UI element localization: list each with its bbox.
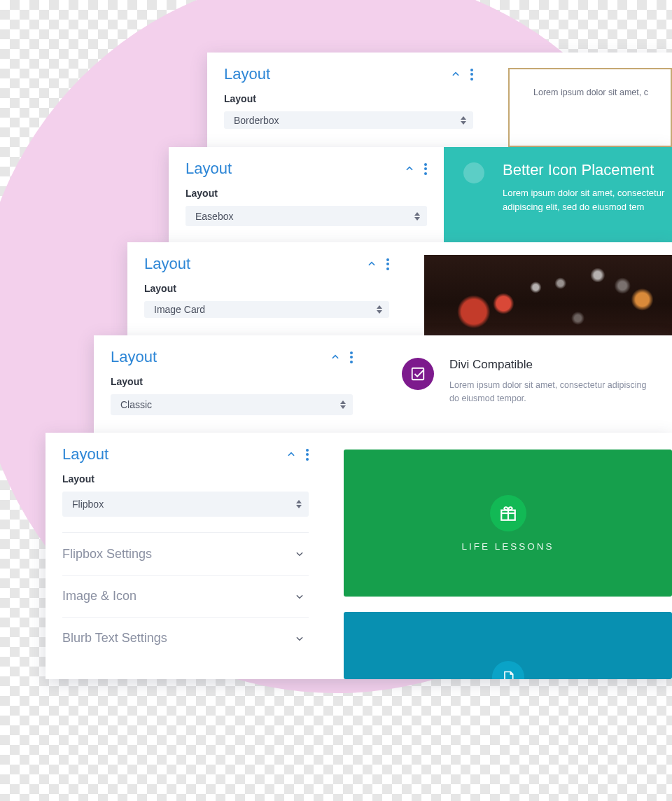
accordion-label: Flipbox Settings — [62, 547, 152, 562]
layout-select[interactable]: Flipbox — [62, 492, 309, 517]
settings-pane: Layout Layout Image Card — [127, 242, 406, 336]
section-title: Layout — [186, 160, 232, 178]
field-label: Layout — [144, 283, 389, 294]
section-title: Layout — [62, 445, 108, 464]
borderbox-frame: Lorem ipsum dolor sit amet, c — [508, 68, 672, 147]
accordion-label: Image & Icon — [62, 589, 136, 604]
accordion: Flipbox Settings Image & Icon Blurb Text… — [62, 532, 309, 659]
layout-select[interactable]: Borderbox — [224, 111, 473, 129]
more-icon[interactable] — [350, 351, 353, 363]
accordion-item-flipbox-settings[interactable]: Flipbox Settings — [62, 533, 309, 575]
more-icon[interactable] — [424, 163, 427, 175]
layout-panel-classic: Layout Layout Classic Divi Compatible Lo… — [94, 335, 672, 433]
settings-pane: Layout Layout Flipbox Flipbox Settings I… — [46, 433, 326, 679]
section-title: Layout — [111, 348, 157, 366]
preview-body-line: Lorem ipsum dolor sit amet, consectetur — [503, 186, 672, 200]
preview-body-line: adipiscing elit, sed do eiusmod tem — [503, 200, 672, 214]
bokeh-photo — [424, 255, 672, 336]
preview-borderbox: Lorem ipsum dolor sit amet, c — [490, 53, 672, 147]
section-title: Layout — [144, 255, 190, 273]
select-arrows-icon — [377, 305, 382, 314]
flipbox-label: LIFE LESSONS — [461, 541, 554, 552]
layout-panel-easebox: Layout Layout Easebox Better Icon Placem… — [169, 147, 672, 244]
collapse-icon[interactable] — [286, 450, 296, 459]
collapse-icon[interactable] — [367, 259, 377, 269]
select-value: Image Card — [154, 304, 205, 315]
settings-pane: Layout Layout Easebox — [169, 147, 444, 244]
layout-panel-imagecard: Layout Layout Image Card — [127, 242, 672, 336]
layout-panel-flipbox: Layout Layout Flipbox Flipbox Settings I… — [46, 433, 672, 679]
flipbox-card-green: LIFE LESSONS — [344, 450, 672, 597]
preview-heading: Divi Compatible — [449, 358, 646, 372]
preview-flipbox: LIFE LESSONS — [326, 433, 672, 679]
layout-select[interactable]: Classic — [111, 394, 353, 415]
more-icon[interactable] — [306, 449, 309, 461]
flipbox-card-teal — [344, 612, 672, 679]
select-value: Easebox — [195, 211, 233, 222]
select-value: Flipbox — [72, 499, 104, 510]
select-arrows-icon — [461, 116, 466, 125]
chevron-down-icon — [295, 592, 304, 601]
chevron-down-icon — [295, 634, 304, 643]
preview-heading: Better Icon Placement — [503, 161, 672, 179]
more-icon[interactable] — [470, 69, 473, 81]
select-arrows-icon — [414, 212, 420, 221]
section-title: Layout — [224, 65, 270, 83]
gift-icon — [490, 495, 526, 531]
preview-body-line: do eiusmod tempor. — [449, 392, 646, 405]
field-label: Layout — [111, 376, 353, 387]
accordion-label: Blurb Text Settings — [62, 631, 167, 646]
accordion-item-blurb-text[interactable]: Blurb Text Settings — [62, 617, 309, 659]
chevron-down-icon — [295, 549, 304, 559]
checkbox-icon — [402, 358, 434, 390]
collapse-icon[interactable] — [451, 69, 461, 79]
settings-pane: Layout Layout Classic — [94, 335, 370, 433]
select-arrows-icon — [296, 500, 302, 508]
preview-classic: Divi Compatible Lorem ipsum dolor sit am… — [370, 335, 672, 433]
layout-panel-borderbox: Layout Layout Borderbox Lorem ipsum dolo… — [207, 53, 672, 147]
collapse-icon[interactable] — [405, 164, 414, 174]
layout-select[interactable]: Image Card — [144, 301, 389, 318]
field-label: Layout — [62, 473, 309, 485]
select-value: Classic — [120, 399, 152, 410]
field-label: Layout — [186, 188, 427, 199]
settings-pane: Layout Layout Borderbox — [207, 53, 490, 147]
svg-rect-0 — [412, 368, 424, 380]
preview-easebox: Better Icon Placement Lorem ipsum dolor … — [444, 147, 672, 244]
note-icon — [492, 661, 524, 679]
preview-body-text: Lorem ipsum dolor sit amet, c — [533, 88, 648, 97]
layout-select[interactable]: Easebox — [186, 206, 427, 226]
select-value: Borderbox — [234, 115, 279, 126]
preview-body-line: Lorem ipsum dolor sit amet, consectetur … — [449, 379, 646, 392]
accordion-item-image-icon[interactable]: Image & Icon — [62, 575, 309, 617]
more-icon[interactable] — [386, 258, 389, 270]
preview-imagecard — [406, 242, 672, 336]
field-label: Layout — [224, 93, 473, 104]
select-arrows-icon — [340, 400, 346, 409]
collapse-icon[interactable] — [330, 352, 340, 362]
